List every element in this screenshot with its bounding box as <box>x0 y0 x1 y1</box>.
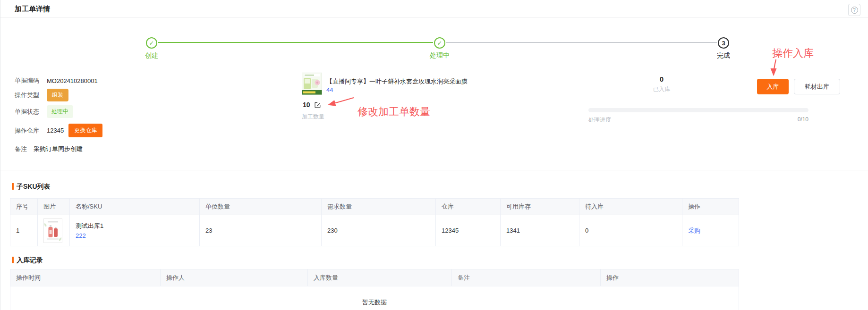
cell-name-sku: 测试出库1 222 <box>70 215 200 246</box>
annotation-inbound: 操作入库 <box>772 46 814 60</box>
sku-table: 序号 图片 名称/SKU 单位数量 需求数量 仓库 可用库存 待入库 操作 1 <box>10 198 739 246</box>
doc-status-badge: 处理中 <box>47 105 73 118</box>
sku-table-row: 1 测试出库1 <box>10 215 739 246</box>
sku-product-image <box>43 218 62 243</box>
inbound-stat: 0 已入库 <box>640 75 683 93</box>
inbound-records-table: 操作时间 操作人 入库数量 备注 操作 暂无数据 <box>10 269 739 310</box>
col-image: 图片 <box>38 199 70 215</box>
col-op-time: 操作时间 <box>10 269 161 286</box>
stepper-line-pending <box>446 42 717 43</box>
product-sku-link[interactable]: 44 <box>326 86 333 93</box>
doc-code-value: MO202410280001 <box>47 77 98 84</box>
cell-unit-qty: 23 <box>200 215 322 246</box>
step-created-circle: ✓ <box>146 37 157 49</box>
progress-block: 处理进度 0/10 <box>588 108 808 124</box>
product-image <box>302 73 322 95</box>
product-title: 【直播间专享】一叶子鲜补水套盒玫瑰水润亮采面膜 <box>326 77 610 86</box>
inbound-button[interactable]: 入库 <box>757 79 789 94</box>
step-number: 3 <box>722 40 725 47</box>
purchase-link[interactable]: 采购 <box>688 227 700 234</box>
inbound-records-section-title: 入库记录 <box>12 256 43 265</box>
help-button[interactable]: ? <box>848 4 860 16</box>
sku-table-header-row: 序号 图片 名称/SKU 单位数量 需求数量 仓库 可用库存 待入库 操作 <box>10 199 739 215</box>
sku-name: 测试出库1 <box>76 222 194 230</box>
annotation-arrows <box>0 0 868 310</box>
progress-label: 处理进度 <box>588 116 611 124</box>
inbound-table-empty-row: 暂无数据 <box>10 286 739 310</box>
consumable-outbound-button[interactable]: 耗材出库 <box>794 79 840 94</box>
col-unit-qty: 单位数量 <box>200 199 322 215</box>
col-op: 操作 <box>601 269 739 286</box>
quantity-value: 10 <box>303 101 310 109</box>
col-warehouse: 仓库 <box>436 199 501 215</box>
col-remark: 备注 <box>452 269 601 286</box>
col-pending-inbound: 待入库 <box>579 199 682 215</box>
op-type-badge: 组装 <box>47 89 68 101</box>
op-warehouse-row: 操作仓库 12345 更换仓库 <box>15 124 102 137</box>
remark-label: 备注 <box>15 145 34 153</box>
cell-available-stock: 1341 <box>501 215 579 246</box>
cell-pending-inbound: 0 <box>579 215 682 246</box>
inbound-count-label: 已入库 <box>640 85 683 93</box>
check-icon: ✓ <box>437 40 443 47</box>
doc-code-label: 单据编码 <box>15 76 47 85</box>
col-inbound-qty: 入库数量 <box>308 269 452 286</box>
doc-status-label: 单据状态 <box>15 108 47 116</box>
empty-state-text: 暂无数据 <box>10 286 739 310</box>
cell-warehouse: 12345 <box>436 215 501 246</box>
stepper-line-done <box>158 42 433 43</box>
progress-value: 0/10 <box>798 116 808 124</box>
change-warehouse-button[interactable]: 更换仓库 <box>68 124 102 137</box>
processing-order-detail-page: 加工单详情 ? ✓ ✓ 3 创建 处理中 完成 单据编码 MO202410280… <box>0 0 868 310</box>
cell-required-qty: 230 <box>322 215 436 246</box>
edit-quantity-icon[interactable] <box>314 101 321 109</box>
sku-code-link[interactable]: 222 <box>76 232 194 239</box>
page-header: 加工单详情 ? <box>0 0 868 17</box>
check-icon: ✓ <box>149 40 154 47</box>
step-processing-circle: ✓ <box>434 37 445 49</box>
op-warehouse-value: 12345 <box>47 127 64 134</box>
arrow-to-inbound-button <box>774 59 776 75</box>
step-complete-circle: 3 <box>718 37 729 49</box>
sku-list-section-title: 子SKU列表 <box>12 183 51 191</box>
step-label-created: 创建 <box>137 51 166 60</box>
remark-value: 采购订单同步创建 <box>34 145 83 153</box>
remark-row: 备注 采购订单同步创建 <box>15 145 83 153</box>
annotation-modify-quantity: 修改加工单数量 <box>357 105 430 119</box>
op-type-label: 操作类型 <box>15 91 47 100</box>
doc-code-row: 单据编码 MO202410280001 <box>15 76 98 85</box>
op-type-row: 操作类型 组装 <box>15 89 68 101</box>
col-action: 操作 <box>682 199 739 215</box>
cell-index: 1 <box>10 215 38 246</box>
col-name-sku: 名称/SKU <box>70 199 200 215</box>
step-label-complete: 完成 <box>709 51 738 60</box>
quantity-label: 加工数量 <box>302 113 324 121</box>
page-title: 加工单详情 <box>15 5 50 14</box>
arrow-to-edit-icon <box>329 98 354 105</box>
col-index: 序号 <box>10 199 38 215</box>
quantity-row: 10 <box>303 101 321 109</box>
cell-image <box>38 215 70 246</box>
cell-action: 采购 <box>682 215 739 246</box>
doc-status-row: 单据状态 处理中 <box>15 105 73 118</box>
step-label-processing: 处理中 <box>423 51 456 60</box>
inbound-count: 0 <box>640 75 683 83</box>
op-warehouse-label: 操作仓库 <box>15 126 47 135</box>
question-circle-icon: ? <box>851 7 858 14</box>
progress-bar <box>588 108 808 112</box>
col-available-stock: 可用库存 <box>501 199 579 215</box>
inbound-table-header-row: 操作时间 操作人 入库数量 备注 操作 <box>10 269 739 286</box>
section-divider <box>0 170 868 170</box>
col-operator: 操作人 <box>161 269 308 286</box>
col-required-qty: 需求数量 <box>322 199 436 215</box>
